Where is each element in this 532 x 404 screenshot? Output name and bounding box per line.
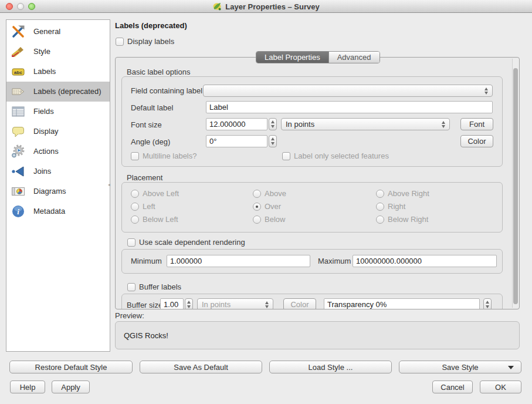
title-bar: Layer Properties – Survey (0, 0, 532, 13)
sidebar-item-joins[interactable]: Joins (6, 161, 110, 181)
sidebar-item-label: Metadata (33, 207, 65, 216)
scrollbar-thumb[interactable] (513, 68, 518, 304)
diagrams-icon (11, 184, 25, 198)
field-containing-dropdown[interactable] (203, 85, 493, 97)
buffer-labels-checkbox[interactable] (127, 283, 135, 291)
radio-icon (131, 203, 139, 211)
buffer-transparency-stepper[interactable] (483, 298, 492, 309)
tab-advanced[interactable]: Advanced (328, 52, 379, 63)
radio-icon (131, 216, 139, 224)
angle-input[interactable]: 0° (206, 135, 267, 147)
help-button[interactable]: Help (10, 381, 45, 393)
font-size-input[interactable]: 12.000000 (206, 118, 267, 130)
font-size-unit-dropdown[interactable]: In points (281, 118, 450, 130)
maximum-label: Maximum (318, 257, 351, 265)
tab-label-properties[interactable]: Label Properties (256, 52, 328, 63)
placement-above[interactable]: Above (253, 189, 286, 198)
maximum-input[interactable]: 100000000.000000 (353, 255, 497, 267)
field-containing-label: Field containing label (131, 86, 202, 95)
splitter-handle[interactable]: ◂ (108, 182, 113, 188)
labels-icon: abc (11, 65, 25, 79)
selected-features-row: Label only selected features (282, 152, 389, 160)
scale-dependent-checkbox[interactable] (127, 238, 135, 247)
multiline-labels-label: Multiline labels? (143, 152, 197, 160)
placement-below-left[interactable]: Below Left (131, 215, 178, 224)
radio-icon (253, 190, 261, 198)
placement-over[interactable]: Over (253, 202, 281, 211)
multiline-labels-checkbox[interactable] (131, 152, 139, 160)
display-labels-checkbox[interactable] (116, 38, 124, 46)
preview-box: QGIS Rocks! (115, 321, 520, 349)
minimum-input[interactable]: 1.000000 (167, 255, 310, 267)
default-label-input[interactable]: Label (206, 101, 493, 113)
minimum-label: Minimum (131, 257, 162, 265)
sidebar-item-style[interactable]: Style (6, 42, 110, 62)
placement-below[interactable]: Below (253, 215, 285, 224)
placement-left[interactable]: Left (131, 202, 155, 211)
preview-label: Preview: (115, 311, 144, 320)
buffer-size-stepper[interactable] (185, 298, 193, 309)
display-labels-row: Display labels (116, 37, 174, 46)
buffer-labels-label: Buffer labels (139, 282, 181, 291)
page-title: Labels (deprecated) (115, 21, 187, 30)
angle-stepper[interactable] (269, 135, 277, 147)
chevron-updown-icon (441, 120, 446, 129)
save-style-button[interactable]: Save Style (399, 361, 521, 373)
placement-above-right[interactable]: Above Right (376, 189, 429, 198)
dropdown-arrow-icon (508, 366, 514, 369)
font-button[interactable]: Font (460, 118, 493, 130)
default-label-label: Default label (131, 103, 173, 112)
sidebar-item-label: Labels (deprecated) (33, 87, 101, 96)
sidebar-item-metadata[interactable]: i Metadata (6, 201, 110, 221)
sidebar-item-label: Labels (33, 67, 56, 76)
selected-features-checkbox[interactable] (282, 152, 290, 160)
general-icon (11, 25, 25, 39)
radio-selected-icon (253, 203, 261, 211)
metadata-icon: i (11, 204, 25, 218)
restore-default-style-button[interactable]: Restore Default Style (9, 361, 133, 373)
basic-options-group-title: Basic label options (127, 68, 190, 76)
buffer-size-input[interactable]: 1.00 (160, 298, 184, 309)
fields-icon (11, 105, 25, 119)
radio-icon (376, 216, 384, 224)
scale-dependent-label: Use scale dependent rendering (139, 238, 245, 247)
sidebar-item-label: Actions (33, 147, 59, 156)
font-size-stepper[interactable] (269, 118, 277, 130)
sidebar-item-general[interactable]: General (6, 22, 110, 42)
apply-button[interactable]: Apply (52, 381, 90, 393)
properties-sidebar: General Style abc Labels (6, 19, 110, 352)
buffer-size-label: Buffer size (127, 301, 162, 309)
color-button[interactable]: Color (460, 135, 493, 147)
label-properties-panel: Basic label options Field containing lab… (115, 57, 520, 309)
sidebar-item-actions[interactable]: Actions (6, 142, 110, 161)
ok-button[interactable]: OK (480, 381, 521, 393)
buffer-labels-row: Buffer labels (127, 282, 181, 291)
placement-right[interactable]: Right (376, 202, 405, 211)
load-style-button[interactable]: Load Style ... (269, 361, 392, 373)
sidebar-item-labels-deprecated[interactable]: Labels (deprecated) (6, 82, 110, 102)
buffer-transparency-input[interactable]: Transparency 0% (324, 298, 480, 309)
buffer-color-button[interactable]: Color (283, 298, 316, 309)
sidebar-item-label: Joins (33, 167, 51, 176)
save-style-label: Save Style (442, 363, 478, 372)
angle-label: Angle (deg) (131, 137, 170, 146)
save-as-default-button[interactable]: Save As Default (140, 361, 262, 373)
scale-dependent-row: Use scale dependent rendering (127, 238, 245, 247)
display-labels-label: Display labels (127, 37, 174, 46)
sidebar-item-diagrams[interactable]: Diagrams (6, 181, 110, 201)
svg-text:i: i (17, 207, 19, 216)
radio-label: Over (265, 202, 281, 211)
sidebar-item-display[interactable]: Display (6, 122, 110, 142)
radio-icon (376, 203, 384, 211)
buffer-unit-dropdown[interactable]: In points (197, 298, 273, 309)
placement-above-left[interactable]: Above Left (131, 189, 179, 198)
sidebar-item-fields[interactable]: Fields (6, 102, 110, 122)
buffer-unit-value: In points (202, 300, 231, 309)
sidebar-item-labels[interactable]: abc Labels (6, 62, 110, 82)
radio-label: Below Left (143, 215, 178, 224)
cancel-button[interactable]: Cancel (432, 381, 473, 393)
radio-label: Below Right (388, 215, 428, 224)
placement-group-title: Placement (127, 173, 162, 182)
placement-below-right[interactable]: Below Right (376, 215, 428, 224)
vertical-scrollbar[interactable] (512, 59, 519, 308)
